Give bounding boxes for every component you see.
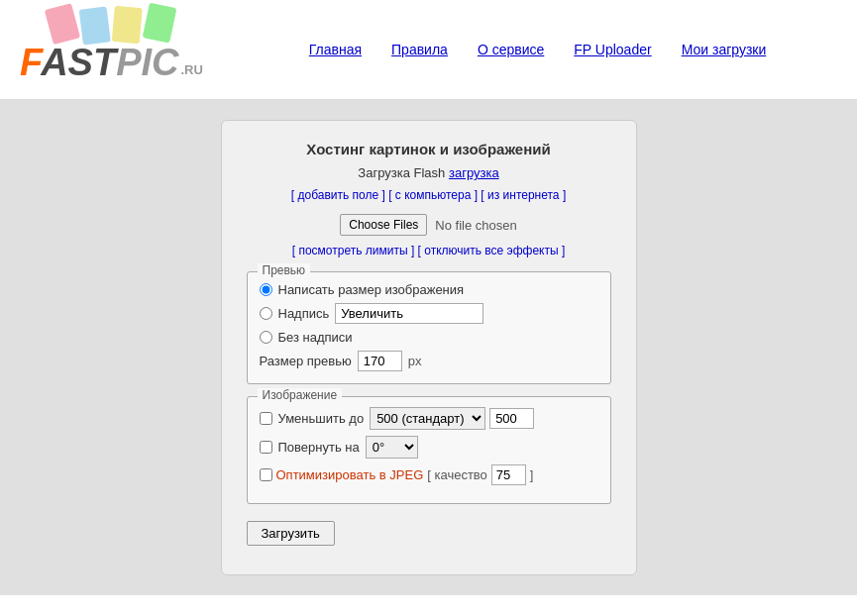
submit-button[interactable]: Загрузить [247, 521, 335, 546]
subtitle-prefix: Загрузка [358, 165, 413, 180]
upload-box: Хостинг картинок и изображений Загрузка … [221, 120, 637, 575]
resize-label[interactable]: Уменьшить до [278, 411, 365, 426]
preview-option3-row: Без надписи [260, 330, 598, 345]
preview-option1-row: Написать размер изображения [260, 282, 598, 297]
limits-row: [ посмотреть лимиты ] [ отключить все эф… [247, 244, 611, 257]
optimize-row: Оптимизировать в JPEG [ качество ] [260, 464, 598, 485]
preview-option3-label[interactable]: Без надписи [278, 330, 353, 345]
resize-checkbox[interactable] [260, 412, 272, 425]
logo: FFASTAST PIC .RU [20, 10, 198, 89]
rotate-select[interactable]: 0°90°180°270° [366, 436, 418, 459]
preview-option2-radio[interactable] [260, 307, 272, 320]
image-section: Изображение Уменьшить до 500 (стандарт)8… [247, 396, 611, 504]
rotate-row: Повернуть на 0°90°180°270° [260, 436, 598, 459]
no-file-label: No file chosen [435, 218, 516, 233]
nav-about[interactable]: О сервисе [478, 42, 544, 57]
preview-size-label: Размер превью [260, 354, 352, 368]
rotate-controls: 0°90°180°270° [366, 436, 418, 459]
resize-select[interactable]: 500 (стандарт)80010241280Без изменений [370, 407, 485, 430]
upload-title: Хостинг картинок и изображений [247, 141, 611, 157]
resize-input[interactable] [489, 408, 534, 429]
preview-size-unit: px [408, 354, 422, 368]
image-legend: Изображение [258, 388, 343, 402]
resize-row: Уменьшить до 500 (стандарт)80010241280Бе… [260, 407, 598, 430]
logo-ru: .RU [180, 62, 202, 77]
quality-input[interactable] [491, 464, 526, 485]
preview-legend: Превью [258, 263, 311, 277]
logo-card-pink [45, 3, 80, 45]
preview-option1-radio[interactable] [260, 283, 272, 296]
preview-option3-radio[interactable] [260, 331, 272, 344]
add-field-link[interactable]: [ добавить поле ] [291, 188, 385, 202]
logo-card-blue [79, 6, 111, 45]
nav-home[interactable]: Главная [309, 42, 362, 57]
quality-suffix: ] [530, 467, 534, 482]
subtitle-link[interactable]: загрузка [449, 165, 499, 180]
resize-controls: 500 (стандарт)80010241280Без изменений [370, 407, 534, 430]
preview-option2-row: Надпись [260, 303, 598, 324]
preview-section: Превью Написать размер изображения Надпи… [247, 271, 611, 384]
upload-links: [ добавить поле ] [ с компьютера ] [ из … [247, 188, 611, 202]
upload-subtitle: Загрузка Flash загрузка [247, 165, 611, 180]
nav-myuploads[interactable]: Мои загрузки [682, 42, 767, 57]
preview-option1-label[interactable]: Написать размер изображения [278, 282, 465, 297]
logo-pic: PIC [116, 44, 178, 81]
from-internet-link[interactable]: [ из интернета ] [481, 188, 566, 202]
nav-rules[interactable]: Правила [391, 42, 448, 57]
optimize-checkbox[interactable] [260, 468, 272, 481]
preview-size-input[interactable] [358, 351, 402, 371]
from-computer-link[interactable]: [ с компьютера ] [388, 188, 478, 202]
rotate-label[interactable]: Повернуть на [278, 440, 360, 455]
preview-size-row: Размер превью px [260, 351, 598, 371]
effects-link[interactable]: [ отключить все эффекты ] [418, 244, 566, 257]
preview-caption-input[interactable] [335, 303, 483, 324]
file-input-row: Choose Files No file chosen [247, 214, 611, 236]
preview-option2-label[interactable]: Надпись [278, 306, 330, 321]
rotate-checkbox[interactable] [260, 441, 272, 454]
logo-fast: FFASTAST [20, 44, 116, 81]
logo-text: FFASTAST PIC .RU [20, 44, 203, 81]
quality-prefix: [ качество [427, 467, 487, 482]
choose-files-button[interactable]: Choose Files [340, 214, 427, 236]
subtitle-flash: Flash [414, 165, 446, 180]
nav-uploader[interactable]: FP Uploader [574, 42, 651, 57]
logo-cards [50, 10, 172, 46]
header: FFASTAST PIC .RU Главная Правила О серви… [0, 0, 857, 100]
limits-link[interactable]: [ посмотреть лимиты ] [292, 244, 414, 257]
main-nav: Главная Правила О сервисе FP Uploader Мо… [198, 42, 837, 57]
logo-card-green [143, 3, 177, 44]
logo-card-yellow [112, 6, 143, 44]
main-content: Хостинг картинок и изображений Загрузка … [0, 100, 857, 595]
optimize-label[interactable]: Оптимизировать в JPEG [276, 467, 424, 482]
